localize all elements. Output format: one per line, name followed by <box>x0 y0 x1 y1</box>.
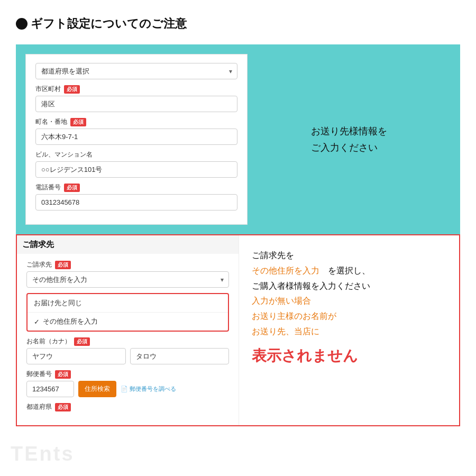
postal-row: 住所検索 📄 郵便番号を調べる <box>26 381 229 397</box>
billing-select[interactable]: その他住所を入力 <box>26 271 229 288</box>
prefecture2-required-badge: 必須 <box>55 403 71 411</box>
bottom-right-text: ご請求先を その他住所を入力 を選択し、 ご購入者様情報を入力ください 入力が無… <box>239 235 459 425</box>
phone-label: 電話番号 必須 <box>35 183 237 192</box>
prefecture-select-wrapper[interactable]: 都道府県を選択 ▾ <box>35 63 237 79</box>
name-kana-required-badge: 必須 <box>74 337 90 346</box>
watermark: TEnts <box>11 443 75 465</box>
building-label: ビル、マンション名 <box>35 150 237 159</box>
prefecture-select[interactable]: 都道府県を選択 <box>35 63 237 79</box>
name-kana-field: お名前（カナ） 必須 <box>26 337 229 364</box>
dropdown-option-same[interactable]: お届け先と同じ <box>28 294 228 312</box>
bullet-icon <box>16 18 28 30</box>
building-input[interactable] <box>35 161 237 178</box>
document-icon: 📄 <box>121 386 128 392</box>
top-instruction-text: お送り先様情報をご入力ください <box>311 123 387 155</box>
city-input[interactable] <box>35 96 237 112</box>
page-title: ギフト設定についてのご注意 <box>16 16 460 32</box>
bottom-form-panel: ご請求先 ご請求先 必須 その他住所を入力 ▾ お届け先と同じ <box>17 235 239 425</box>
name-kana-last-input[interactable] <box>130 348 230 364</box>
street-required-badge: 必須 <box>70 118 86 126</box>
street-field: 町名・番地 必須 <box>35 117 237 145</box>
city-field: 市区町村 必須 <box>35 85 237 112</box>
prefecture2-label: 都道府県 必須 <box>26 402 229 411</box>
dropdown-option-other[interactable]: ✓ その他住所を入力 <box>28 313 228 331</box>
phone-required-badge: 必須 <box>64 184 80 192</box>
postal-lookup-link[interactable]: 📄 郵便番号を調べる <box>121 385 176 393</box>
phone-input[interactable] <box>35 194 237 210</box>
name-kana-label: お名前（カナ） 必須 <box>26 337 229 346</box>
top-section: 都道府県を選択 ▾ 市区町村 必須 町名・番地 必須 <box>16 44 460 234</box>
check-icon: ✓ <box>34 318 40 326</box>
billing-required-badge: 必須 <box>55 261 71 269</box>
building-field: ビル、マンション名 <box>35 150 237 178</box>
name-kana-row <box>26 348 229 364</box>
phone-field: 電話番号 必須 <box>35 183 237 210</box>
billing-section-header: ご請求先 <box>17 235 239 254</box>
prefecture2-field: 都道府県 必須 <box>26 402 229 411</box>
street-label: 町名・番地 必須 <box>35 117 237 126</box>
prefecture-field: 都道府県を選択 ▾ <box>35 63 237 79</box>
top-right-text: お送り先様情報をご入力ください <box>248 54 451 225</box>
postal-label: 郵便番号 必須 <box>26 370 229 379</box>
billing-select-wrapper[interactable]: その他住所を入力 ▾ <box>26 271 229 288</box>
street-input[interactable] <box>35 129 237 145</box>
bottom-section: ご請求先 ご請求先 必須 その他住所を入力 ▾ お届け先と同じ <box>16 234 460 426</box>
name-kana-first-input[interactable] <box>26 348 126 364</box>
postal-required-badge: 必須 <box>55 370 71 379</box>
billing-dropdown-menu: お届け先と同じ ✓ その他住所を入力 <box>26 293 229 332</box>
billing-label: ご請求先 必須 <box>26 260 229 269</box>
postal-input[interactable] <box>26 381 74 397</box>
main-container: 都道府県を選択 ▾ 市区町村 必須 町名・番地 必須 <box>16 44 460 426</box>
city-label: 市区町村 必須 <box>35 85 237 94</box>
billing-field: ご請求先 必須 その他住所を入力 ▾ <box>26 260 229 288</box>
city-required-badge: 必須 <box>64 85 80 94</box>
postal-field: 郵便番号 必須 住所検索 📄 郵便番号を調べる <box>26 370 229 397</box>
address-search-button[interactable]: 住所検索 <box>78 381 116 397</box>
bottom-instruction-content: ご請求先を その他住所を入力 を選択し、 ご購入者様情報を入力ください 入力が無… <box>252 248 370 369</box>
top-form-panel: 都道府県を選択 ▾ 市区町村 必須 町名・番地 必須 <box>25 54 248 225</box>
